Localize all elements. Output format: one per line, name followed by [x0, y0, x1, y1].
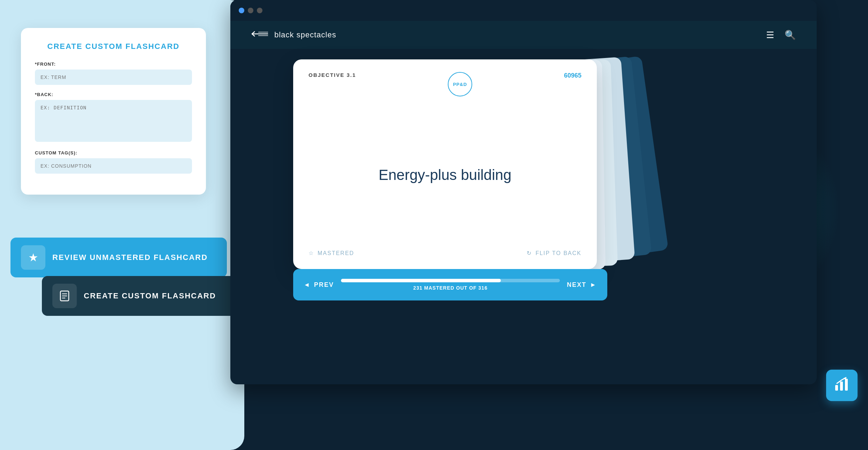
- review-star-icon: ★: [21, 245, 45, 270]
- analytics-button[interactable]: [826, 370, 858, 401]
- flip-icon: ↻: [527, 250, 532, 256]
- card-navigation-bar: ◄ PREV 231 MASTERED OUT OF 316 NEXT ►: [293, 269, 607, 300]
- next-arrow-icon: ►: [590, 281, 597, 289]
- next-label: NEXT: [567, 281, 586, 289]
- flashcard-area: OBJE OBJ OB ☆ OBJE ☆ OBJE ☆ M O: [293, 59, 712, 321]
- create-btn-label: CREATE CUSTOM FLASHCARD: [84, 291, 216, 300]
- prev-button[interactable]: ◄ PREV: [304, 281, 334, 289]
- front-label: *FRONT:: [35, 61, 192, 67]
- window-dot-gray1: [248, 8, 253, 13]
- progress-bar-fill: [341, 279, 501, 282]
- analytics-chart-icon: [834, 376, 850, 395]
- flip-label: FLIP TO BACK: [535, 250, 581, 256]
- form-card-title: CREATE CUSTOM FLASHCARD: [35, 42, 192, 51]
- create-flashcard-button[interactable]: CREATE CUSTOM FLASHCARD: [42, 276, 258, 316]
- front-input[interactable]: [35, 70, 192, 85]
- window-dot-gray2: [257, 8, 262, 13]
- progress-container: 231 MASTERED OUT OF 316: [341, 279, 560, 291]
- mastered-label: MASTERED: [318, 250, 354, 256]
- card-badge: PP&D: [448, 72, 472, 96]
- prev-label: PREV: [314, 281, 334, 289]
- hamburger-icon[interactable]: ☰: [766, 30, 774, 41]
- logo-arrow-icon: [251, 30, 269, 40]
- create-doc-icon: [52, 284, 77, 308]
- svg-rect-9: [845, 379, 848, 391]
- main-flashcard: OBJECTIVE 3.1 PP&D 60965 Energy-plus bui…: [293, 59, 597, 269]
- back-label: *BACK:: [35, 92, 192, 97]
- flip-to-back-button[interactable]: ↻ FLIP TO BACK: [527, 250, 581, 256]
- search-icon[interactable]: 🔍: [785, 30, 796, 41]
- card-footer: ☆ MASTERED ↻ FLIP TO BACK: [309, 250, 581, 256]
- browser-window: black spectacles ☰ 🔍 OBJE OBJ OB ☆ OBJE …: [230, 0, 817, 384]
- review-btn-label: REVIEW UNMASTERED FLASHCARD: [52, 253, 208, 262]
- svg-rect-7: [835, 385, 838, 391]
- nav-icons-group: ☰ 🔍: [766, 30, 796, 41]
- card-term: Energy-plus building: [379, 167, 512, 183]
- card-objective-label: OBJECTIVE 3.1: [309, 72, 356, 78]
- brand-logo: black spectacles: [251, 30, 336, 40]
- brand-name-text: black spectacles: [274, 30, 336, 39]
- window-dot-blue: [239, 8, 244, 13]
- svg-rect-8: [840, 382, 843, 391]
- tags-input[interactable]: [35, 158, 192, 174]
- prev-arrow-icon: ◄: [304, 281, 311, 289]
- mastered-star-icon: ☆: [309, 250, 314, 256]
- back-input[interactable]: [35, 100, 192, 142]
- app-navbar: black spectacles ☰ 🔍: [230, 21, 817, 49]
- progress-text: 231 MASTERED OUT OF 316: [413, 285, 488, 291]
- mastered-button[interactable]: ☆ MASTERED: [309, 250, 354, 256]
- review-unmastered-button[interactable]: ★ REVIEW UNMASTERED FLASHCARD: [10, 238, 227, 277]
- next-button[interactable]: NEXT ►: [567, 281, 597, 289]
- card-number: 60965: [564, 72, 581, 79]
- card-header: OBJECTIVE 3.1 PP&D 60965: [309, 72, 581, 96]
- progress-bar-background: [341, 279, 560, 282]
- card-body: Energy-plus building: [309, 107, 581, 243]
- tags-label: CUSTOM TAG(S):: [35, 150, 192, 155]
- browser-titlebar: [230, 0, 817, 21]
- create-flashcard-form: CREATE CUSTOM FLASHCARD *FRONT: *BACK: C…: [21, 28, 206, 195]
